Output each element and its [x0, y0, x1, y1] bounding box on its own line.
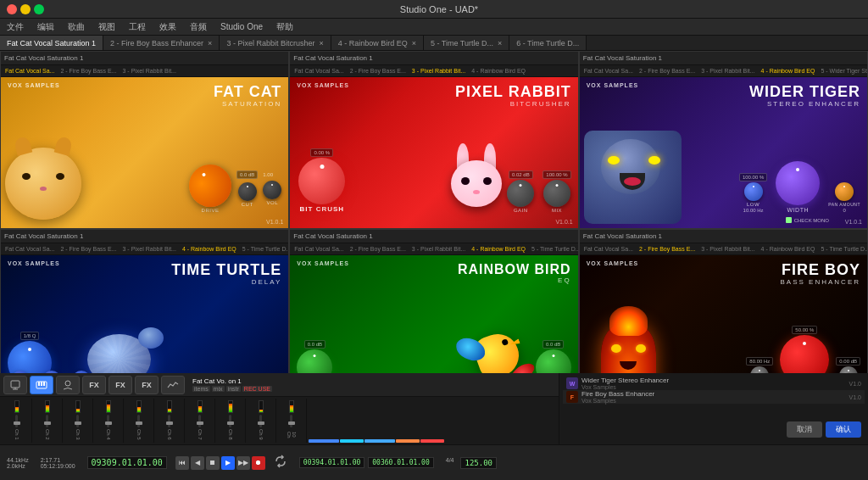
- fb-gain-knob[interactable]: [839, 366, 858, 373]
- play-button[interactable]: ▶: [221, 456, 235, 470]
- plugin-list-item-1[interactable]: W Wider Tiger Stereo Enhancer Vox Sample…: [563, 377, 865, 390]
- tt-mix-knob[interactable]: [72, 371, 91, 373]
- fb-tab-2[interactable]: 2 - Fire Boy Bass E...: [637, 246, 697, 252]
- tab-time-turtle[interactable]: 5 - Time Turtle D... ×: [424, 36, 509, 51]
- menu-file[interactable]: 文件: [3, 21, 27, 33]
- fader-thumb-6[interactable]: [166, 421, 173, 425]
- fb-freq-knob[interactable]: [750, 366, 769, 373]
- tab-rainbow-bird[interactable]: 4 - Rainbow Bird EQ ×: [331, 36, 424, 51]
- fader-9[interactable]: [259, 415, 262, 427]
- fader-thumb-9[interactable]: [258, 421, 264, 425]
- fat-cat-cut-knob[interactable]: [238, 182, 257, 201]
- minimize-button[interactable]: [20, 4, 31, 14]
- record-button[interactable]: ⏺: [252, 456, 265, 470]
- wt-tab-1[interactable]: Fat Cat Vocal Sa...: [582, 68, 635, 74]
- fat-cat-tab-1[interactable]: Fat Cat Vocal Sa...: [3, 68, 56, 74]
- next-button[interactable]: ▶▶: [236, 456, 250, 470]
- tab-fx-1[interactable]: FX: [82, 376, 106, 394]
- tt-highcut-knob[interactable]: [42, 371, 61, 373]
- fader-thumb-8[interactable]: [227, 421, 234, 425]
- menu-project[interactable]: 工程: [125, 21, 149, 33]
- rb-tab-1[interactable]: Fat Cat Vocal Sa...: [292, 246, 345, 252]
- maximize-button[interactable]: [34, 4, 44, 14]
- wt-tab-4[interactable]: 4 - Rainbow Bird EQ: [760, 68, 817, 74]
- menu-effects[interactable]: 效果: [156, 21, 180, 33]
- pr-tab-3[interactable]: 3 - Pixel Rabbit Bit...: [410, 68, 467, 74]
- rb-tab-3[interactable]: 3 - Pixel Rabbit Bit...: [410, 246, 467, 252]
- rewind-button[interactable]: ⏮: [175, 456, 189, 470]
- loop-button[interactable]: [274, 455, 287, 472]
- close-button[interactable]: [7, 4, 17, 14]
- menu-view[interactable]: 视图: [95, 21, 119, 33]
- rb-tab-4[interactable]: 4 - Rainbow Bird EQ: [470, 246, 527, 252]
- fb-tab-1[interactable]: Fat Cat Vocal Sa...: [582, 246, 635, 252]
- wt-tab-5[interactable]: 5 - Wider Tiger Ste...: [819, 68, 867, 74]
- tab-fire-boy[interactable]: 2 - Fire Boy Bass Enhancer ×: [103, 36, 220, 51]
- confirm-button[interactable]: 确认: [826, 421, 861, 438]
- menu-studio-one[interactable]: Studio One: [217, 22, 266, 31]
- rb-tab-2[interactable]: 2 - Fire Boy Bass E...: [348, 246, 408, 252]
- menu-audio[interactable]: 音频: [186, 21, 210, 33]
- fat-cat-tab-2[interactable]: 2 - Fire Boy Bass E...: [58, 68, 118, 74]
- pr-gain-knob[interactable]: [507, 180, 534, 207]
- tt-time-knob[interactable]: [8, 341, 52, 373]
- tab-fx-3[interactable]: FX: [135, 376, 159, 394]
- wt-tab-2[interactable]: 2 - Fire Boy Bass E...: [637, 68, 697, 74]
- fader-7[interactable]: [198, 415, 201, 427]
- plugin-list-item-2[interactable]: F Fire Boy Bass Enhancer Vox Samples V1.…: [563, 390, 865, 404]
- tt-tab-5[interactable]: 5 - Time Turtle D...: [241, 246, 289, 252]
- fader-thumb-1[interactable]: [14, 421, 20, 425]
- check-mono-control[interactable]: CHECK MONO: [786, 217, 829, 223]
- tab-fat-cat[interactable]: Fat Cat Vocal Saturation 1: [0, 36, 103, 51]
- tt-lowcut-knob[interactable]: [11, 371, 30, 373]
- tt-tab-3[interactable]: 3 - Pixel Rabbit Bit...: [121, 246, 178, 252]
- fader-1[interactable]: [15, 415, 18, 427]
- cancel-button[interactable]: 取消: [787, 421, 822, 438]
- fader-thumb-4[interactable]: [105, 421, 112, 425]
- fb-tab-4[interactable]: 4 - Rainbow Bird EQ: [760, 246, 817, 252]
- fader-thumb-7[interactable]: [197, 421, 203, 425]
- bit-crush-knob[interactable]: [298, 158, 345, 204]
- tt-tab-4[interactable]: 4 - Rainbow Bird EQ: [181, 246, 238, 252]
- tab-user-icon[interactable]: [56, 376, 80, 394]
- fader-4[interactable]: [107, 415, 109, 427]
- rb-mid-knob[interactable]: [297, 349, 332, 373]
- tt-tab-2[interactable]: 2 - Fire Boy Bass E...: [58, 246, 118, 252]
- fader-5[interactable]: [137, 415, 140, 427]
- fat-cat-drive-knob[interactable]: [181, 157, 239, 215]
- wt-pan-knob[interactable]: [835, 182, 854, 201]
- menu-edit[interactable]: 编辑: [34, 21, 58, 33]
- fader-thumb-2[interactable]: [44, 421, 51, 425]
- wt-low-knob[interactable]: [744, 182, 763, 201]
- tab-pixel-rabbit[interactable]: 3 - Pixel Rabbit Bitcrusher ×: [220, 36, 331, 51]
- fat-cat-tab-3[interactable]: 3 - Pixel Rabbit Bit...: [121, 68, 178, 74]
- stop-button[interactable]: ⏹: [206, 456, 220, 470]
- wt-tab-3[interactable]: 3 - Pixel Rabbit Bit...: [699, 68, 756, 74]
- fader-thumb-3[interactable]: [75, 421, 81, 425]
- prev-button[interactable]: ◀: [191, 456, 204, 470]
- pr-tab-4[interactable]: 4 - Rainbow Bird EQ: [470, 68, 527, 74]
- fader-2[interactable]: [46, 415, 48, 427]
- fat-cat-vol-knob[interactable]: [263, 181, 281, 199]
- rb-tab-5[interactable]: 5 - Time Turtle D...: [530, 246, 578, 252]
- fader-8[interactable]: [229, 415, 231, 427]
- pr-tab-1[interactable]: Fat Cat Vocal Sa...: [292, 68, 345, 74]
- fader-10[interactable]: [290, 415, 292, 427]
- fader-thumb-10[interactable]: [288, 421, 295, 425]
- fb-tab-5[interactable]: 5 - Time Turtle D...: [819, 246, 867, 252]
- tab-piano-icon[interactable]: [30, 376, 53, 394]
- tab-wider-tiger[interactable]: 6 - Time Turtle D...: [509, 36, 587, 51]
- menu-help[interactable]: 帮助: [273, 21, 297, 33]
- fb-intensity-knob[interactable]: [780, 335, 829, 373]
- menu-song[interactable]: 歌曲: [64, 21, 88, 33]
- tab-fx-2[interactable]: FX: [108, 376, 132, 394]
- pr-mix-knob[interactable]: [543, 180, 570, 207]
- tab-eq-icon[interactable]: [161, 376, 185, 394]
- tt-tab-1[interactable]: Fat Cat Vocal Sa...: [3, 246, 56, 252]
- wt-width-knob[interactable]: [776, 161, 820, 205]
- fader-3[interactable]: [76, 415, 79, 427]
- tab-monitor-icon[interactable]: [3, 376, 27, 394]
- check-mono-checkbox[interactable]: [786, 217, 792, 223]
- fader-6[interactable]: [168, 415, 170, 427]
- fader-thumb-5[interactable]: [136, 421, 142, 425]
